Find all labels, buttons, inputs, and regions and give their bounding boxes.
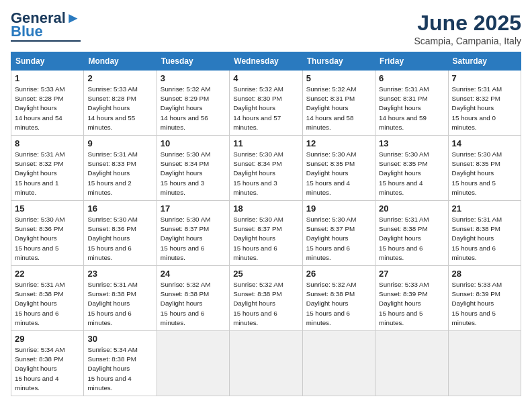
day-number: 23 [87, 269, 152, 279]
day-number: 19 [306, 203, 371, 214]
calendar-cell: 25Sunrise: 5:32 AMSunset: 8:38 PMDayligh… [230, 266, 302, 331]
day-number: 8 [15, 138, 80, 148]
location-title: Scampia, Campania, Italy [414, 36, 521, 46]
calendar-cell: 13Sunrise: 5:30 AMSunset: 8:35 PMDayligh… [375, 136, 448, 201]
day-number: 28 [452, 269, 517, 279]
calendar-week-row: 29Sunrise: 5:34 AMSunset: 8:38 PMDayligh… [11, 331, 521, 396]
day-info: Sunrise: 5:34 AMSunset: 8:38 PMDaylight … [15, 345, 80, 393]
calendar-cell: 5Sunrise: 5:32 AMSunset: 8:31 PMDaylight… [302, 71, 375, 136]
day-info: Sunrise: 5:32 AMSunset: 8:38 PMDaylight … [233, 280, 298, 328]
calendar-cell: 29Sunrise: 5:34 AMSunset: 8:38 PMDayligh… [11, 331, 84, 396]
calendar-cell [230, 331, 302, 396]
calendar-cell: 16Sunrise: 5:30 AMSunset: 8:36 PMDayligh… [84, 201, 157, 266]
day-info: Sunrise: 5:31 AMSunset: 8:32 PMDaylight … [452, 85, 517, 132]
day-number: 6 [379, 73, 444, 83]
day-number: 16 [87, 203, 152, 214]
calendar-week-row: 22Sunrise: 5:31 AMSunset: 8:38 PMDayligh… [11, 266, 521, 331]
day-info: Sunrise: 5:31 AMSunset: 8:38 PMDaylight … [87, 280, 152, 328]
day-info: Sunrise: 5:30 AMSunset: 8:35 PMDaylight … [452, 150, 517, 197]
day-info: Sunrise: 5:33 AMSunset: 8:39 PMDaylight … [452, 280, 517, 328]
day-info: Sunrise: 5:31 AMSunset: 8:38 PMDaylight … [379, 215, 444, 263]
day-info: Sunrise: 5:32 AMSunset: 8:29 PMDaylight … [161, 85, 226, 132]
calendar-cell: 18Sunrise: 5:30 AMSunset: 8:37 PMDayligh… [230, 201, 302, 266]
calendar-body: 1Sunrise: 5:33 AMSunset: 8:28 PMDaylight… [11, 71, 521, 396]
calendar-cell: 21Sunrise: 5:31 AMSunset: 8:38 PMDayligh… [448, 201, 521, 266]
calendar-cell: 1Sunrise: 5:33 AMSunset: 8:28 PMDaylight… [11, 71, 84, 136]
calendar-cell: 22Sunrise: 5:31 AMSunset: 8:38 PMDayligh… [11, 266, 84, 331]
logo-text2: Blue [11, 24, 43, 39]
day-number: 12 [306, 138, 371, 148]
calendar-header-monday: Monday [84, 52, 157, 71]
calendar-header-wednesday: Wednesday [230, 52, 302, 71]
calendar-cell: 2Sunrise: 5:33 AMSunset: 8:28 PMDaylight… [84, 71, 157, 136]
calendar-cell: 15Sunrise: 5:30 AMSunset: 8:36 PMDayligh… [11, 201, 84, 266]
day-info: Sunrise: 5:30 AMSunset: 8:34 PMDaylight … [233, 150, 298, 197]
calendar-header-tuesday: Tuesday [157, 52, 229, 71]
calendar-cell: 28Sunrise: 5:33 AMSunset: 8:39 PMDayligh… [448, 266, 521, 331]
day-info: Sunrise: 5:30 AMSunset: 8:35 PMDaylight … [379, 150, 444, 197]
calendar-cell: 10Sunrise: 5:30 AMSunset: 8:34 PMDayligh… [157, 136, 229, 201]
calendar-cell [302, 331, 375, 396]
calendar-cell: 20Sunrise: 5:31 AMSunset: 8:38 PMDayligh… [375, 201, 448, 266]
day-number: 15 [15, 203, 80, 214]
calendar-cell: 6Sunrise: 5:31 AMSunset: 8:31 PMDaylight… [375, 71, 448, 136]
day-info: Sunrise: 5:31 AMSunset: 8:33 PMDaylight … [87, 150, 152, 197]
day-number: 4 [233, 73, 298, 83]
day-number: 3 [161, 73, 226, 83]
calendar-table: SundayMondayTuesdayWednesdayThursdayFrid… [11, 52, 521, 396]
day-number: 1 [15, 73, 80, 83]
calendar-cell: 17Sunrise: 5:30 AMSunset: 8:37 PMDayligh… [157, 201, 229, 266]
day-info: Sunrise: 5:32 AMSunset: 8:31 PMDaylight … [306, 85, 371, 132]
day-info: Sunrise: 5:32 AMSunset: 8:38 PMDaylight … [306, 280, 371, 328]
calendar-cell [448, 331, 521, 396]
day-info: Sunrise: 5:30 AMSunset: 8:37 PMDaylight … [233, 215, 298, 263]
day-number: 18 [233, 203, 298, 214]
day-info: Sunrise: 5:30 AMSunset: 8:37 PMDaylight … [306, 215, 371, 263]
calendar-header-friday: Friday [375, 52, 448, 71]
day-number: 7 [452, 73, 517, 83]
calendar-cell [375, 331, 448, 396]
day-info: Sunrise: 5:31 AMSunset: 8:32 PMDaylight … [15, 150, 80, 197]
calendar-cell: 9Sunrise: 5:31 AMSunset: 8:33 PMDaylight… [84, 136, 157, 201]
calendar-cell: 4Sunrise: 5:32 AMSunset: 8:30 PMDaylight… [230, 71, 302, 136]
day-number: 5 [306, 73, 371, 83]
day-number: 27 [379, 269, 444, 279]
day-info: Sunrise: 5:30 AMSunset: 8:35 PMDaylight … [306, 150, 371, 197]
calendar-cell: 14Sunrise: 5:30 AMSunset: 8:35 PMDayligh… [448, 136, 521, 201]
day-number: 25 [233, 269, 298, 279]
calendar-cell: 23Sunrise: 5:31 AMSunset: 8:38 PMDayligh… [84, 266, 157, 331]
day-number: 29 [15, 334, 80, 344]
calendar-cell: 3Sunrise: 5:32 AMSunset: 8:29 PMDaylight… [157, 71, 229, 136]
logo: General► Blue [11, 11, 81, 42]
day-info: Sunrise: 5:32 AMSunset: 8:30 PMDaylight … [233, 85, 298, 132]
calendar-cell [157, 331, 229, 396]
day-info: Sunrise: 5:30 AMSunset: 8:36 PMDaylight … [87, 215, 152, 263]
day-number: 21 [452, 203, 517, 214]
day-number: 20 [379, 203, 444, 214]
logo-divider [11, 40, 81, 42]
day-info: Sunrise: 5:33 AMSunset: 8:28 PMDaylight … [87, 85, 152, 132]
day-number: 11 [233, 138, 298, 148]
day-number: 2 [87, 73, 152, 83]
day-info: Sunrise: 5:32 AMSunset: 8:38 PMDaylight … [161, 280, 226, 328]
title-block: June 2025 Scampia, Campania, Italy [414, 11, 521, 46]
calendar-week-row: 15Sunrise: 5:30 AMSunset: 8:36 PMDayligh… [11, 201, 521, 266]
day-number: 17 [161, 203, 226, 214]
day-number: 10 [161, 138, 226, 148]
day-number: 26 [306, 269, 371, 279]
calendar-header-thursday: Thursday [302, 52, 375, 71]
calendar-cell: 7Sunrise: 5:31 AMSunset: 8:32 PMDaylight… [448, 71, 521, 136]
calendar-header-sunday: Sunday [11, 52, 84, 71]
calendar-cell: 11Sunrise: 5:30 AMSunset: 8:34 PMDayligh… [230, 136, 302, 201]
day-number: 14 [452, 138, 517, 148]
page-header: General► Blue June 2025 Scampia, Campani… [11, 11, 521, 46]
day-number: 9 [87, 138, 152, 148]
day-info: Sunrise: 5:30 AMSunset: 8:37 PMDaylight … [161, 215, 226, 263]
day-number: 13 [379, 138, 444, 148]
day-info: Sunrise: 5:30 AMSunset: 8:36 PMDaylight … [15, 215, 80, 263]
calendar-cell: 30Sunrise: 5:34 AMSunset: 8:38 PMDayligh… [84, 331, 157, 396]
day-info: Sunrise: 5:34 AMSunset: 8:38 PMDaylight … [87, 345, 152, 393]
calendar-cell: 24Sunrise: 5:32 AMSunset: 8:38 PMDayligh… [157, 266, 229, 331]
calendar-cell: 19Sunrise: 5:30 AMSunset: 8:37 PMDayligh… [302, 201, 375, 266]
day-info: Sunrise: 5:31 AMSunset: 8:31 PMDaylight … [379, 85, 444, 132]
